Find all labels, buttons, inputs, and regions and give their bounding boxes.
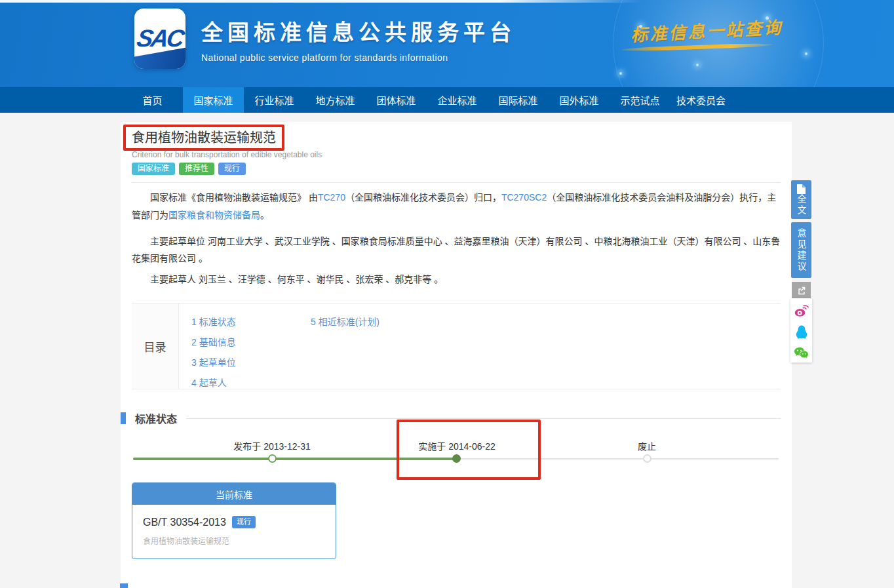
sac-logo-text: SAC <box>135 25 185 52</box>
section-heading-rule <box>186 418 781 419</box>
status-section-heading: 标准状态 <box>121 412 781 424</box>
standard-title-english: Criterion for bulk transportation of edi… <box>132 149 781 160</box>
social-share-panel <box>790 298 812 363</box>
brand: SAC 全国标准信息公共服务平台 National public service… <box>134 9 516 69</box>
nav-item-industry-standards[interactable]: 行业标准 <box>244 87 305 113</box>
fulltext-button[interactable]: 全文 <box>791 180 811 219</box>
nav-item-foreign-standards[interactable]: 国外标准 <box>549 87 610 113</box>
feedback-button[interactable]: 意见建议 <box>791 222 811 278</box>
document-icon <box>797 184 806 194</box>
slogan: 标准信息一站查询 <box>631 17 807 49</box>
fulltext-button-label: 全文 <box>795 194 808 216</box>
toc-link-drafting-units[interactable]: 3 起草单位 <box>191 355 311 368</box>
wechat-icon[interactable] <box>793 345 809 361</box>
status-section-title: 标准状态 <box>135 410 177 426</box>
feedback-button-label: 意见建议 <box>795 228 808 273</box>
page: SAC 全国标准信息公共服务平台 National public service… <box>0 0 894 588</box>
header-top-strip <box>0 0 642 3</box>
summary-paragraph-2: 主要起草单位 河南工业大学 、武汉工业学院 、国家粮食局标准质量中心 、益海嘉里… <box>132 233 781 267</box>
current-standard-code-row: GB/T 30354-2013 现行 <box>143 516 325 528</box>
timeline-line-pending <box>457 458 779 460</box>
link-competent-department[interactable]: 国家粮食和物资储备局 <box>168 210 260 220</box>
timeline-label-published: 发布于 2013-12-31 <box>233 439 311 452</box>
current-standard-header: 当前标准 <box>132 483 336 505</box>
main-nav: 首页 国家标准 行业标准 地方标准 团体标准 企业标准 国际标准 国外标准 示范… <box>0 87 894 113</box>
current-standard-code[interactable]: GB/T 30354-2013 <box>143 517 226 528</box>
globe-decoration <box>696 64 699 66</box>
timeline-line-completed <box>133 458 457 460</box>
toc-columns: 1 标准状态 2 基础信息 3 起草单位 4 起草人 5 相近标准(计划) <box>179 304 430 389</box>
nav-item-national-standards[interactable]: 国家标准 <box>183 87 244 113</box>
site-subtitle: National public service platform for sta… <box>201 52 516 63</box>
divider <box>132 182 781 183</box>
nav-item-local-standards[interactable]: 地方标准 <box>305 87 366 113</box>
nav-item-home[interactable]: 首页 <box>122 87 183 113</box>
site-titles: 全国标准信息公共服务平台 National public service pla… <box>201 15 516 63</box>
badge-national-standard: 国家标准 <box>132 163 175 175</box>
summary-text: 。 <box>260 210 269 220</box>
table-of-contents: 目录 1 标准状态 2 基础信息 3 起草单位 4 起草人 5 相近标准(计划) <box>132 303 781 389</box>
nav-item-enterprise-standards[interactable]: 企业标准 <box>427 87 488 113</box>
qq-icon[interactable] <box>793 324 809 340</box>
timeline-label-implemented: 实施于 2014-06-22 <box>418 439 496 452</box>
toc-label: 目录 <box>132 304 179 389</box>
nav-item-technical-committee[interactable]: 技术委员会 <box>670 87 731 113</box>
weibo-icon[interactable] <box>793 303 809 319</box>
current-standard-status-badge: 现行 <box>232 516 256 528</box>
standard-title: 食用植物油散装运输规范 <box>132 127 781 146</box>
timeline-label-abolished: 废止 <box>638 439 656 452</box>
current-standard-body: GB/T 30354-2013 现行 食用植物油散装运输规范 <box>132 505 336 559</box>
site-title: 全国标准信息公共服务平台 <box>201 15 516 47</box>
summary-text: （全国粮油标准化技术委员会）归口， <box>345 192 501 203</box>
slogan-text: 标准信息一站查询 <box>630 12 808 46</box>
globe-decoration <box>805 52 807 55</box>
badge-recommended: 推荐性 <box>179 163 214 175</box>
toc-column-2: 5 相近标准(计划) <box>311 315 430 389</box>
summary-paragraph-1: 国家标准《食用植物油散装运输规范》 由TC270（全国粮油标准化技术委员会）归口… <box>132 189 781 224</box>
timeline-node-abolished <box>643 454 651 463</box>
summary-paragraph-3: 主要起草人 刘玉兰 、汪学德 、何东平 、谢华民 、张宏荣 、郝克非等 。 <box>132 271 781 288</box>
share-icon <box>796 285 807 296</box>
toc-link-similar-standards[interactable]: 5 相近标准(计划) <box>311 315 430 328</box>
sac-logo: SAC <box>134 9 185 69</box>
nav-item-group-standards[interactable]: 团体标准 <box>366 87 427 113</box>
share-button[interactable] <box>792 282 811 298</box>
globe-decoration <box>619 72 622 75</box>
toc-link-drafters[interactable]: 4 起草人 <box>191 376 311 389</box>
toc-link-standard-status[interactable]: 1 标准状态 <box>191 315 311 328</box>
badge-in-force: 现行 <box>218 163 246 175</box>
timeline-node-implemented <box>452 454 461 463</box>
badge-row: 国家标准 推荐性 现行 <box>132 163 781 175</box>
current-standard-name: 食用植物油散装运输规范 <box>143 535 325 546</box>
summary-text: 国家标准《食用植物油散装运输规范》 由 <box>150 192 318 203</box>
site-header: SAC 全国标准信息公共服务平台 National public service… <box>0 0 894 87</box>
link-tc270[interactable]: TC270 <box>318 192 345 203</box>
section-heading-bar <box>121 412 126 424</box>
link-tc270sc2[interactable]: TC270SC2 <box>501 192 547 203</box>
toc-column-1: 1 标准状态 2 基础信息 3 起草单位 4 起草人 <box>191 315 311 389</box>
status-timeline: 发布于 2013-12-31 实施于 2014-06-22 废止 <box>132 430 781 482</box>
next-section-heading-bar <box>120 583 128 588</box>
nav-item-demonstration-pilot[interactable]: 示范试点 <box>610 87 670 113</box>
nav-item-international-standards[interactable]: 国际标准 <box>488 87 549 113</box>
content-card: 食用植物油散装运输规范 Criterion for bulk transport… <box>121 122 792 588</box>
toc-link-basic-info[interactable]: 2 基础信息 <box>191 335 311 348</box>
timeline-node-published <box>268 454 277 463</box>
current-standard-card: 当前标准 GB/T 30354-2013 现行 食用植物油散装运输规范 <box>132 482 336 559</box>
